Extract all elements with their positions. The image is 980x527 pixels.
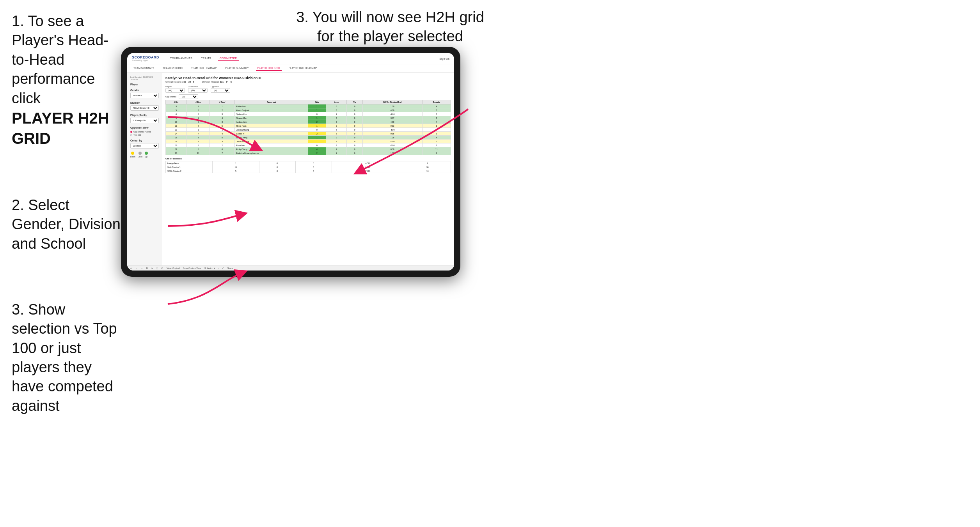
subnav-player-h2h-grid[interactable]: PLAYER H2H GRID [256,66,282,71]
th-conf: # Conf [210,100,235,104]
cell-rounds: 4 [422,120,451,124]
gender-select[interactable]: Women's [130,93,159,98]
cell-div: 6 [166,112,187,116]
cell-diff: -3.00 [362,128,422,132]
cell-win: 1 [308,124,326,128]
sidebar-player-rank-section: Player (Rank) 8. Katelyn Vo [130,114,159,123]
nav-items: TOURNAMENTS TEAMS COMMITTEE [169,56,433,61]
cell-rounds: 6 [422,151,451,155]
cell-win: 1 [308,140,326,143]
instruction-top-right-text: 3. You will now see H2H grid for the pla… [296,9,484,44]
toolbar-forward[interactable]: → [141,267,143,269]
ood-cell-win: 15 [213,165,259,169]
logo-area: SCOREBOARD Powered by clippd [132,55,159,62]
player-rank-label: Player (Rank) [130,114,159,117]
toolbar-save-custom-view[interactable]: Save Custom View [183,267,201,269]
table-row: 10 6 3 Andrea York 2 0 0 4.00 4 [166,120,451,124]
subnav-team-h2h-heatmap[interactable]: TEAM H2H HEATMAP [190,66,218,71]
toolbar-sort[interactable]: ↕ [218,267,219,269]
radio-label-opponents: Opponents Played [133,131,151,133]
cell-tie: 0 [347,108,362,112]
opponents-select[interactable]: (All) [179,94,198,99]
colour-by-select[interactable]: Win/loss [130,143,159,149]
player-rank-select[interactable]: 8. Katelyn Vo [130,118,159,123]
cell-opponent: Jessica Mason [235,140,308,143]
filter-opponent-select[interactable]: (All) [211,88,230,93]
subnav-team-h2h-grid[interactable]: TEAM H2H GRID [161,66,184,71]
toolbar-expand[interactable]: ⤢ [222,267,224,269]
nav-tournaments[interactable]: TOURNAMENTS [169,56,194,61]
bottom-toolbar: ↩ ← → ⚙ ↪ ◌ ⏱ View: Original Save Custom… [127,265,454,271]
cell-reg: 2 [187,143,210,147]
subnav-team-summary[interactable]: TEAM SUMMARY [132,66,156,71]
toolbar-undo[interactable]: ↩ [130,267,132,269]
legend-level: Level [138,152,142,158]
toolbar-view-original[interactable]: View: Original [167,267,180,269]
toolbar-timer[interactable]: ⏱ [161,267,163,269]
cell-opponent: Euna Lee [235,143,308,147]
cell-div: 13 [166,128,187,132]
toolbar-back[interactable]: ← [135,267,138,269]
cell-diff: 0.33 [362,124,422,128]
cell-tie: 0 [347,151,362,155]
cell-div: 3 [166,104,187,108]
cell-conf: 2 [210,108,235,112]
cell-div: 18 [166,143,187,147]
cell-rounds: 3 [422,108,451,112]
nav-committee[interactable]: COMMITTEE [218,56,239,61]
step1-text: 1. To see a Player's Head-to-Head perfor… [12,12,121,149]
toolbar-settings[interactable]: ⚙ [146,267,148,269]
cell-tie: 0 [347,112,362,116]
cell-reg: 7 [187,132,210,136]
toolbar-share[interactable]: Share [227,267,233,269]
subnav-player-h2h-heatmap[interactable]: PLAYER H2H HEATMAP [287,66,319,71]
cell-div: 16 [166,140,187,143]
cell-opponent: Alexis Sudjianto [235,108,308,112]
cell-loss: 0 [326,116,347,120]
player-label: Player [130,83,159,86]
cell-tie: 0 [347,132,362,136]
sidebar-gender-section: Gender Women's [130,89,159,98]
cell-conf: 5 [210,136,235,140]
cell-diff: 3.67 [362,116,422,120]
radio-opponents-played[interactable]: Opponents Played [130,131,159,133]
cell-opponent: Eunice Yi [235,132,308,136]
cell-reg: 1 [187,116,210,120]
filter-region-select[interactable]: (All) [165,88,185,93]
ood-cell-win: 1 [213,161,259,165]
division-select[interactable]: NCAA Division III [130,105,159,111]
ood-cell-tie: 0 [295,169,332,173]
toolbar-watch[interactable]: 👁 Watch ▾ [204,267,215,269]
division-record-label: Division Record: 331 - 34 - 6 [202,81,232,83]
cell-diff: 4.00 [362,108,422,112]
filter-conference-label: Conference [188,85,208,88]
opponents-label: Opponents: (All) [165,94,451,99]
cell-win: 2 [308,151,326,155]
cell-opponent: Sydney Kuo [235,112,308,116]
cell-reg: 8 [187,136,210,140]
subnav-player-summary[interactable]: PLAYER SUMMARY [224,66,250,71]
cell-tie: 0 [347,147,362,151]
table-row: 5 2 2 Alexis Sudjianto 1 0 0 4.00 3 [166,108,451,112]
cell-opponent: Sharon Mun [235,116,308,120]
table-row: 18 2 2 Euna Lee 0 3 0 -5.00 2 [166,143,451,147]
legend-down-dot [131,152,134,155]
cell-win: 0 [308,143,326,147]
toolbar-refresh[interactable]: ◌ [156,267,158,269]
nav-teams[interactable]: TEAMS [199,56,213,61]
filter-conference-select[interactable]: (All) [188,88,208,93]
cell-div: 5 [166,108,187,112]
cell-div: 19 [166,147,187,151]
cell-rounds: 9 [422,132,451,136]
cell-loss: 3 [326,143,347,147]
radio-circle-top100 [130,134,132,136]
cell-win: 1 [308,136,326,140]
radio-top100[interactable]: Top 100 [130,134,159,136]
ood-table-row: Foreign Team 1 0 0 4.500 2 [166,161,451,165]
cell-reg: 11 [187,151,210,155]
cell-win: 0 [308,128,326,132]
sign-out-link[interactable]: Sign out [439,57,449,60]
toolbar-redo[interactable]: ↪ [151,267,153,269]
cell-conf: 4 [210,132,235,136]
ood-cell-label: Foreign Team [166,161,213,165]
